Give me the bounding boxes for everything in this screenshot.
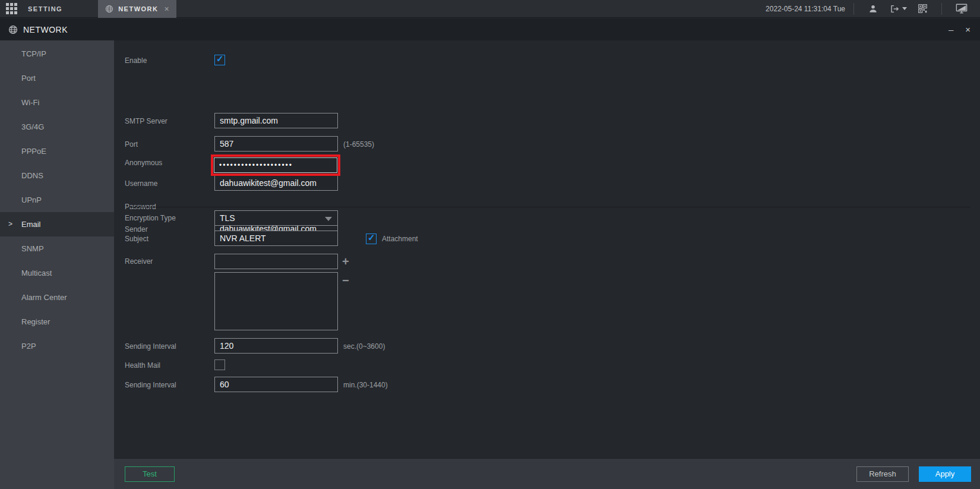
port-label: Port [125,140,138,149]
receiver-input[interactable] [214,254,338,269]
logout-icon[interactable] [889,4,907,14]
smtp-server-label: SMTP Server [125,117,167,125]
health-interval-label: Sending Interval [125,381,176,389]
subject-label: Subject [125,235,148,243]
enable-checkbox[interactable] [214,55,225,65]
remove-receiver-button[interactable]: − [342,275,349,286]
window-title: NETWORK [23,25,68,34]
health-interval-input[interactable] [214,377,338,392]
sidebar-item-tcpip[interactable]: TCP/IP [0,42,114,66]
nvr-settings-screen: SETTING NETWORK × 2022-05-24 11:31:04 Tu… [0,0,980,489]
sidebar-item-3g4g[interactable]: 3G/4G [0,115,114,139]
sending-interval-label: Sending Interval [125,342,176,351]
globe-icon [105,5,113,13]
taskbar-divider [853,3,854,15]
chevron-down-icon [325,217,332,221]
qr-code-icon[interactable] [918,4,928,14]
email-settings-panel: Enable SMTP Server Port (1-65535) Anonym… [114,40,980,489]
tab-close-icon[interactable]: × [165,5,169,13]
sending-interval-input[interactable] [214,338,338,354]
refresh-button[interactable]: Refresh [856,466,909,482]
password-input[interactable] [214,157,337,173]
password-highlight-box [211,154,340,176]
health-mail-checkbox[interactable] [214,359,225,370]
apply-button[interactable]: Apply [919,466,971,482]
encryption-type-select[interactable]: TLS [214,210,338,226]
sidebar-item-pppoe[interactable]: PPPoE [0,139,114,163]
taskbar-divider [941,3,942,15]
attachment-checkbox[interactable] [366,234,377,244]
test-button[interactable]: Test [125,466,175,482]
sidebar-item-ddns[interactable]: DDNS [0,163,114,188]
sidebar-item-alarmcenter[interactable]: Alarm Center [0,285,114,310]
footer-bar: Test Refresh Apply [114,458,980,489]
sidebar-item-port[interactable]: Port [0,66,114,90]
sidebar-item-upnp[interactable]: UPnP [0,188,114,212]
port-input[interactable] [214,136,338,152]
sending-interval-hint: sec.(0~3600) [343,342,385,351]
taskbar-right: 2022-05-24 11:31:04 Tue [766,0,980,17]
enable-label: Enable [125,56,147,65]
username-input[interactable] [214,175,338,191]
subject-input[interactable] [214,231,338,246]
datetime-display: 2022-05-24 11:31:04 Tue [766,5,845,13]
tab-network-label: NETWORK [118,5,158,12]
sidebar-item-email-label: Email [21,220,41,229]
setting-menu-button[interactable]: SETTING [28,5,62,12]
logout-caret-icon [902,7,907,10]
encryption-type-label: Encryption Type [125,214,176,222]
network-sidebar: TCP/IP Port Wi-Fi 3G/4G PPPoE DDNS UPnP … [0,40,114,489]
minimize-icon[interactable]: – [949,25,953,34]
window-titlebar: NETWORK – × [0,18,980,40]
username-label: Username [125,179,157,188]
port-range-hint: (1-65535) [343,140,374,149]
health-interval-hint: min.(30-1440) [343,381,388,389]
sidebar-item-p2p[interactable]: P2P [0,334,114,358]
close-icon[interactable]: × [965,25,970,34]
smtp-server-input[interactable] [214,113,338,128]
apps-grid-icon[interactable] [6,3,17,14]
receiver-label: Receiver [125,257,153,266]
sidebar-item-email[interactable]: > Email [0,212,114,236]
sidebar-item-snmp[interactable]: SNMP [0,236,114,261]
tab-network[interactable]: NETWORK × [98,0,176,18]
sidebar-item-multicast[interactable]: Multicast [0,261,114,285]
attachment-label: Attachment [382,235,418,243]
encryption-type-value: TLS [220,213,235,223]
sidebar-item-register[interactable]: Register [0,310,114,334]
anonymous-label: Anonymous [125,159,162,167]
sender-label: Sender [125,225,148,234]
chevron-right-icon: > [8,212,12,236]
section-divider [129,207,970,207]
display-output-icon[interactable] [956,3,968,14]
health-mail-label: Health Mail [125,361,160,370]
add-receiver-button[interactable]: + [342,255,349,267]
receiver-list[interactable] [214,272,338,330]
taskbar: SETTING NETWORK × 2022-05-24 11:31:04 Tu… [0,0,980,18]
sidebar-item-wifi[interactable]: Wi-Fi [0,90,114,115]
user-icon[interactable] [868,4,878,14]
globe-icon [8,25,18,34]
